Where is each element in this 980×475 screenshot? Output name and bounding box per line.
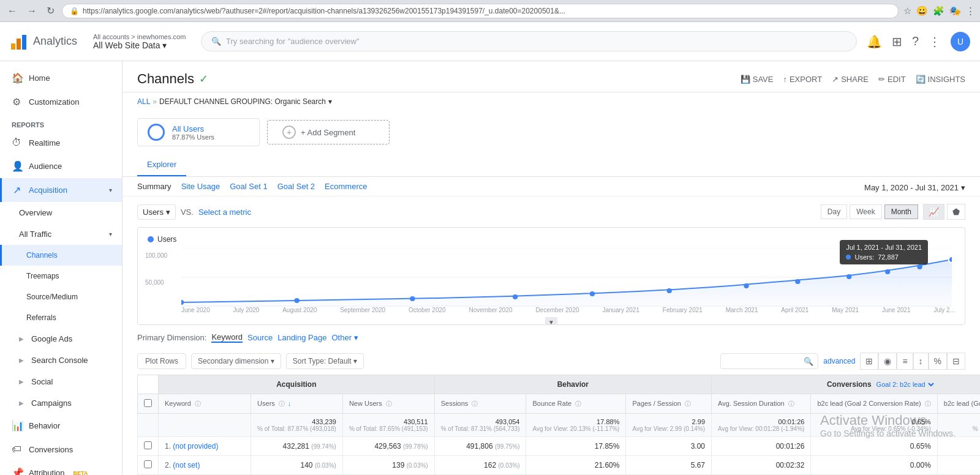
sidebar-item-acquisition[interactable]: ↗ Acquisition ▾ — [0, 178, 122, 202]
share-action[interactable]: ↗ SHARE — [832, 75, 869, 84]
pie-chart-btn[interactable]: ⬟ — [947, 204, 965, 220]
account-selector[interactable]: All Web Site Data ▾ — [93, 40, 191, 50]
col-header-bounce-rate[interactable]: Bounce Rate ⓘ — [526, 394, 626, 414]
sidebar-item-all-traffic[interactable]: All Traffic ▾ — [0, 223, 122, 245]
notification-icon[interactable]: 🔔 — [867, 34, 882, 49]
col-header-users[interactable]: Users ⓘ ↓ — [251, 394, 343, 414]
table-grid-btn[interactable]: ⊟ — [947, 353, 965, 370]
sidebar-item-audience[interactable]: 👤 Audience — [0, 154, 122, 178]
back-button[interactable]: ← — [5, 3, 20, 19]
chart-container: Users 100,000 50,000 — [137, 227, 965, 325]
user-avatar[interactable]: U — [951, 32, 970, 51]
sidebar-item-realtime[interactable]: ⏱ Realtime — [0, 131, 122, 154]
star-icon[interactable]: ☆ — [903, 6, 911, 17]
col-header-completions[interactable]: b2c lead (Goal 2 Completions) ⓘ — [937, 394, 980, 414]
sidebar-item-customization[interactable]: ⚙ Customization — [0, 90, 122, 114]
row1-keyword-link[interactable]: (not provided) — [173, 442, 218, 451]
pivot-view-btn[interactable]: ↕ — [913, 353, 929, 370]
dimension-bar: Primary Dimension: Keyword Source Landin… — [123, 325, 980, 348]
col-header-avg-session[interactable]: Avg. Session Duration ⓘ — [712, 394, 811, 414]
row1-checkbox[interactable] — [138, 437, 159, 456]
col-header-pages-session[interactable]: Pages / Session ⓘ — [626, 394, 712, 414]
puzzle-icon[interactable]: 🧩 — [933, 6, 944, 17]
sub-tab-site-usage[interactable]: Site Usage — [181, 182, 221, 191]
table-search-icon: 🔍 — [804, 357, 813, 366]
export-icon: ↑ — [783, 75, 787, 84]
export-action[interactable]: ↑ EXPORT — [783, 75, 822, 84]
insights-action[interactable]: 🔄 INSIGHTS — [916, 75, 965, 84]
sort-type-dropdown[interactable]: Sort Type: Default ▾ — [286, 353, 364, 369]
vs-label: VS. — [181, 208, 194, 217]
search-bar[interactable]: 🔍 Try searching for "audience overview" — [201, 31, 857, 51]
compare-view-btn[interactable]: ≡ — [897, 353, 913, 370]
sidebar-social-label: Social — [31, 377, 53, 386]
pie-view-btn[interactable]: ◉ — [878, 353, 897, 370]
sub-tab-goal-set-1[interactable]: Goal Set 1 — [230, 182, 267, 191]
extensions-icon[interactable]: 🎭 — [949, 6, 961, 17]
row1-checkbox-input[interactable] — [144, 441, 152, 449]
time-day-btn[interactable]: Day — [821, 204, 847, 219]
chart-expand-btn[interactable]: ▼ — [545, 317, 557, 325]
sidebar-item-overview[interactable]: Overview — [0, 202, 122, 223]
advanced-link[interactable]: advanced — [823, 357, 855, 365]
select-all-checkbox[interactable] — [144, 399, 152, 407]
metric-dropdown[interactable]: Users ▾ — [137, 204, 176, 220]
line-chart-btn[interactable]: 📈 — [923, 204, 944, 220]
total-pages-session-cell: 2.99 Avg for View: 2.99 (0.14%) — [626, 414, 712, 437]
url-bar[interactable]: 🔒 https://analytics.google.com/analytics… — [62, 4, 899, 18]
dim-source[interactable]: Source — [247, 333, 273, 342]
all-users-segment[interactable]: All Users 87.87% Users — [137, 118, 260, 146]
sidebar-item-google-ads[interactable]: ▶ Google Ads — [0, 328, 122, 350]
col-header-sessions[interactable]: Sessions ⓘ — [434, 394, 526, 414]
total-keyword-cell — [159, 414, 251, 437]
emoji-icon[interactable]: 😀 — [916, 6, 928, 17]
percent-view-btn[interactable]: % — [929, 353, 947, 370]
sidebar-item-behavior[interactable]: 📊 Behavior — [0, 414, 122, 438]
sidebar-item-referrals[interactable]: Referrals — [0, 307, 122, 328]
help-icon[interactable]: ? — [912, 34, 919, 48]
col-header-new-users[interactable]: New Users ⓘ — [342, 394, 434, 414]
secondary-dim-dropdown[interactable]: Secondary dimension ▾ — [191, 353, 281, 369]
sidebar-item-channels[interactable]: Channels — [0, 245, 122, 266]
select-metric[interactable]: Select a metric — [198, 208, 251, 217]
time-week-btn[interactable]: Week — [850, 204, 881, 219]
avatar-letter: U — [957, 37, 963, 47]
breadcrumb-current: DEFAULT CHANNEL GROUPING: Organic Search… — [159, 97, 332, 106]
sidebar-item-social[interactable]: ▶ Social — [0, 371, 122, 392]
dim-keyword[interactable]: Keyword — [211, 332, 243, 343]
breadcrumb-dropdown-icon[interactable]: ▾ — [328, 97, 332, 106]
save-action[interactable]: 💾 SAVE — [741, 75, 774, 84]
row2-keyword-link[interactable]: (not set) — [173, 461, 200, 469]
row2-pages-session: 5.67 — [626, 456, 712, 475]
sidebar-item-attribution[interactable]: 📌 Attribution BETA — [0, 461, 122, 475]
goal-select[interactable]: Goal 2: b2c lead — [874, 380, 936, 389]
sub-tab-goal-set-2[interactable]: Goal Set 2 — [277, 182, 315, 191]
tab-explorer[interactable]: Explorer — [137, 154, 186, 176]
plot-rows-btn[interactable]: Plot Rows — [137, 353, 186, 369]
dim-other[interactable]: Other ▾ — [331, 333, 358, 342]
sub-tab-summary[interactable]: Summary — [137, 182, 172, 191]
col-header-conv-rate[interactable]: b2c lead (Goal 2 Conversion Rate) ⓘ — [811, 394, 937, 414]
refresh-button[interactable]: ↻ — [44, 2, 57, 19]
breadcrumb-all[interactable]: ALL — [137, 97, 150, 106]
date-range[interactable]: May 1, 2020 - Jul 31, 2021 ▾ — [864, 183, 965, 192]
col-header-keyword[interactable]: Keyword ⓘ — [159, 394, 251, 414]
dim-landing-page[interactable]: Landing Page — [277, 333, 326, 342]
row2-checkbox-input[interactable] — [144, 460, 152, 468]
more-options-icon[interactable]: ⋮ — [929, 34, 941, 49]
time-month-btn[interactable]: Month — [884, 204, 918, 219]
row2-checkbox[interactable] — [138, 456, 159, 475]
more-browser-icon[interactable]: ⋮ — [966, 6, 975, 17]
add-segment-card[interactable]: + + Add Segment — [267, 120, 390, 144]
sub-tab-ecommerce[interactable]: Ecommerce — [325, 182, 367, 191]
sidebar-item-campaigns[interactable]: ▶ Campaigns — [0, 392, 122, 414]
forward-button[interactable]: → — [24, 3, 39, 19]
grid-view-btn[interactable]: ⊞ — [860, 353, 878, 370]
apps-grid-icon[interactable]: ⊞ — [892, 34, 902, 49]
sidebar-item-search-console[interactable]: ▶ Search Console — [0, 350, 122, 371]
sidebar-item-home[interactable]: 🏠 Home — [0, 66, 122, 90]
sidebar-item-source-medium[interactable]: Source/Medium — [0, 286, 122, 307]
sidebar-item-treemaps[interactable]: Treemaps — [0, 266, 122, 286]
sidebar-item-conversions[interactable]: 🏷 Conversions — [0, 438, 122, 461]
edit-action[interactable]: ✏ EDIT — [878, 75, 906, 84]
